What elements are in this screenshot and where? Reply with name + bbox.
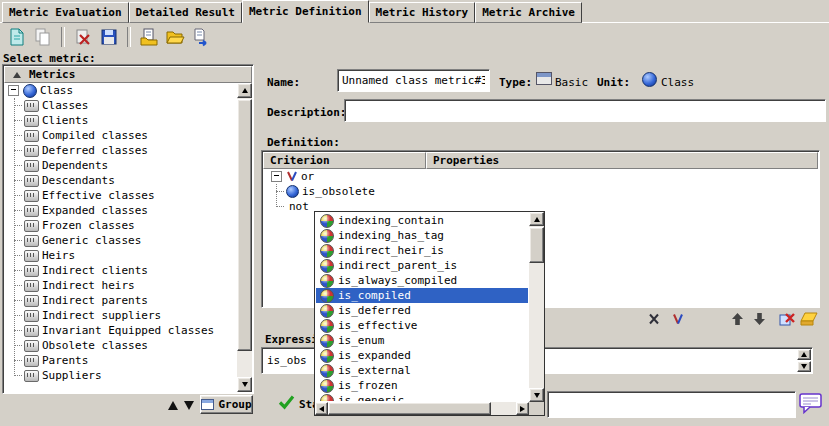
copy-metric-button[interactable]	[30, 25, 56, 49]
tree-item-indirect-suppliers[interactable]: Indirect suppliers	[4, 308, 237, 323]
export-metric-button[interactable]	[188, 25, 214, 49]
criterion-option-is-external[interactable]: is_external	[316, 363, 528, 378]
tree-item-effective-classes[interactable]: Effective classes	[4, 188, 237, 203]
tree-item-descendants[interactable]: Descendants	[4, 173, 237, 188]
metric-icon	[24, 220, 39, 232]
metric-icon	[24, 115, 39, 127]
metric-icon	[24, 235, 39, 247]
up-arrow-icon	[731, 312, 744, 326]
tree-scrollbar-thumb[interactable]	[237, 99, 252, 351]
criterion-option-indirect-heir-is[interactable]: indirect_heir_is	[316, 243, 528, 258]
tree-item-classes[interactable]: Classes	[4, 98, 237, 113]
tree-item-expanded-classes[interactable]: Expanded classes	[4, 203, 237, 218]
criterion-option-is-frozen[interactable]: is_frozen	[316, 378, 528, 393]
properties-column-header[interactable]: Properties	[426, 152, 818, 169]
tree-root-class[interactable]: Class	[4, 83, 237, 98]
remove-criterion-icon	[778, 311, 796, 327]
move-metric-down-button[interactable]	[182, 398, 196, 412]
metric-icon	[24, 205, 39, 217]
tree-item-obsolete-classes[interactable]: Obsolete classes	[4, 338, 237, 353]
tree-scrollbar[interactable]	[237, 83, 252, 392]
criterion-option-is-always-compiled[interactable]: is_always_compiled	[316, 273, 528, 288]
spin-up-icon[interactable]	[797, 349, 811, 360]
collapse-icon[interactable]	[8, 85, 19, 96]
dropdown-vscrollbar[interactable]	[529, 212, 544, 402]
and-operator-button[interactable]	[644, 310, 664, 328]
metric-tool-window: Metric Evaluation Detailed Result Metric…	[0, 0, 829, 426]
tree-item-heirs[interactable]: Heirs	[4, 248, 237, 263]
metrics-column-header[interactable]: Metrics	[4, 66, 252, 83]
status-ok-check-icon	[278, 394, 295, 410]
tree-item-dependents[interactable]: Dependents	[4, 158, 237, 173]
metric-icon	[24, 100, 39, 112]
tree-item-indirect-parents[interactable]: Indirect parents	[4, 293, 237, 308]
name-input[interactable]	[337, 69, 490, 92]
class-unit-icon	[642, 72, 657, 87]
tree-item-deferred-classes[interactable]: Deferred classes	[4, 143, 237, 158]
description-label: Description:	[267, 106, 346, 119]
comment-field[interactable]	[547, 391, 796, 418]
scroll-up-icon[interactable]	[529, 212, 544, 226]
comment-button[interactable]	[799, 393, 822, 414]
dropdown-hscroll-thumb[interactable]	[328, 402, 491, 415]
dropdown-vscroll-thumb[interactable]	[529, 227, 544, 263]
save-metric-icon	[99, 27, 119, 47]
tree-item-invariant-equipped-classes[interactable]: Invariant Equipped classes	[4, 323, 237, 338]
tree-item-clients[interactable]: Clients	[4, 113, 237, 128]
criterion-row-or[interactable]: or	[263, 169, 818, 184]
tab-metric-history[interactable]: Metric History	[369, 2, 476, 23]
criterion-option-is-deferred[interactable]: is_deferred	[316, 303, 528, 318]
spin-down-icon[interactable]	[797, 361, 811, 372]
dropdown-hscrollbar[interactable]	[315, 402, 529, 415]
scroll-left-icon[interactable]	[315, 402, 328, 415]
criterion-option-indexing-contain[interactable]: indexing_contain	[316, 213, 528, 228]
open-metrics-button[interactable]	[162, 25, 188, 49]
tab-metric-archive[interactable]: Metric Archive	[475, 2, 582, 23]
or-operator-button[interactable]	[668, 310, 688, 328]
move-criterion-down-button[interactable]	[749, 310, 769, 328]
criterion-option-indexing-has-tag[interactable]: indexing_has_tag	[316, 228, 528, 243]
criterion-option-is-generic[interactable]: is_generic	[316, 393, 528, 401]
tree-item-frozen-classes[interactable]: Frozen classes	[4, 218, 237, 233]
criterion-option-is-effective[interactable]: is_effective	[316, 318, 528, 333]
tree-item-parents[interactable]: Parents	[4, 353, 237, 368]
criterion-icon	[320, 334, 334, 348]
criterion-option-is-enum[interactable]: is_enum	[316, 333, 528, 348]
group-button[interactable]: Group	[200, 395, 253, 414]
save-metric-button[interactable]	[96, 25, 122, 49]
scroll-up-icon[interactable]	[237, 83, 252, 98]
erase-definition-button[interactable]	[799, 310, 819, 328]
tree-item-suppliers[interactable]: Suppliers	[4, 368, 237, 383]
criterion-option-is-expanded[interactable]: is_expanded	[316, 348, 528, 363]
description-input[interactable]	[344, 99, 826, 122]
criterion-column-header[interactable]: Criterion	[263, 152, 426, 169]
tree-item-indirect-heirs[interactable]: Indirect heirs	[4, 278, 237, 293]
tree-item-indirect-clients[interactable]: Indirect clients	[4, 263, 237, 278]
scroll-down-icon[interactable]	[529, 388, 544, 402]
tab-detailed-result[interactable]: Detailed Result	[129, 2, 242, 23]
collapse-icon[interactable]	[271, 171, 282, 182]
scroll-down-icon[interactable]	[237, 377, 252, 392]
metric-icon	[24, 160, 39, 172]
criterion-option-indirect-parent-is[interactable]: indirect_parent_is	[316, 258, 528, 273]
tree-item-compiled-classes[interactable]: Compiled classes	[4, 128, 237, 143]
name-label: Name:	[267, 76, 300, 89]
tab-metric-definition[interactable]: Metric Definition	[242, 0, 369, 23]
delete-metric-button[interactable]	[70, 25, 96, 49]
tab-metric-evaluation[interactable]: Metric Evaluation	[2, 2, 129, 23]
move-criterion-up-button[interactable]	[727, 310, 747, 328]
criterion-row-is-obsolete[interactable]: is_obsolete	[263, 184, 818, 199]
scroll-right-icon[interactable]	[516, 402, 529, 415]
import-metric-button[interactable]	[136, 25, 162, 49]
tree-item-generic-classes[interactable]: Generic classes	[4, 233, 237, 248]
criterion-icon	[320, 394, 334, 402]
new-metric-button[interactable]	[4, 25, 30, 49]
unit-value: Class	[661, 76, 694, 89]
remove-criterion-button[interactable]	[777, 310, 797, 328]
copy-metric-icon	[33, 27, 53, 47]
metric-icon	[24, 370, 39, 382]
criterion-option-is-compiled[interactable]: is_compiled	[316, 288, 528, 303]
metric-icon	[24, 145, 39, 157]
move-metric-up-button[interactable]	[166, 398, 180, 412]
group-icon	[201, 399, 214, 410]
